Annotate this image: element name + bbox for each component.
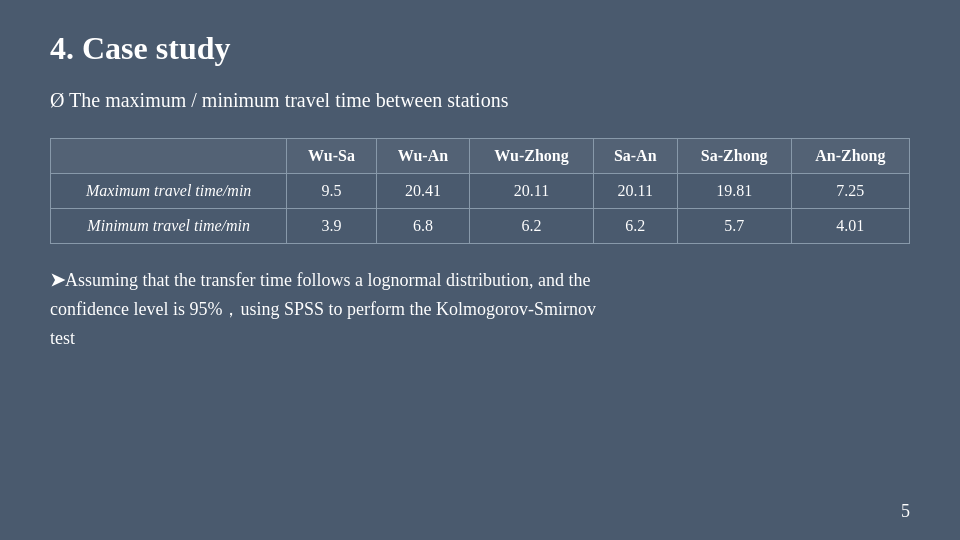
page-number: 5 [901,501,910,522]
arrow-symbol: ➤ [50,270,65,290]
table-row: Minimum travel time/min 3.9 6.8 6.2 6.2 … [51,209,910,244]
cell-min-sa-zhong: 5.7 [677,209,791,244]
col-header-an-zhong: An-Zhong [791,139,909,174]
cell-min-sa-an: 6.2 [593,209,677,244]
bullet-arrow: Ø [50,89,69,111]
cell-max-wu-an: 20.41 [376,174,470,209]
bottom-line-1: ➤Assuming that the transfer time follows… [50,266,910,295]
col-header-label [51,139,287,174]
cell-min-wu-sa: 3.9 [287,209,376,244]
row-label-max: Maximum travel time/min [51,174,287,209]
cell-max-wu-sa: 9.5 [287,174,376,209]
bottom-line-2: confidence level is 95%，using SPSS to pe… [50,295,910,324]
slide-subtitle: Ø The maximum / minimum travel time betw… [50,89,910,112]
data-table: Wu-Sa Wu-An Wu-Zhong Sa-An Sa-Zhong An-Z… [50,138,910,244]
cell-max-sa-zhong: 19.81 [677,174,791,209]
col-header-sa-an: Sa-An [593,139,677,174]
cell-max-sa-an: 20.11 [593,174,677,209]
col-header-wu-zhong: Wu-Zhong [470,139,593,174]
cell-max-wu-zhong: 20.11 [470,174,593,209]
table-row: Maximum travel time/min 9.5 20.41 20.11 … [51,174,910,209]
table-header-row: Wu-Sa Wu-An Wu-Zhong Sa-An Sa-Zhong An-Z… [51,139,910,174]
bottom-text-block: ➤Assuming that the transfer time follows… [50,266,910,352]
col-header-wu-an: Wu-An [376,139,470,174]
cell-min-wu-zhong: 6.2 [470,209,593,244]
slide-title: 4. Case study [50,30,910,67]
col-header-wu-sa: Wu-Sa [287,139,376,174]
row-label-min: Minimum travel time/min [51,209,287,244]
travel-time-table: Wu-Sa Wu-An Wu-Zhong Sa-An Sa-Zhong An-Z… [50,138,910,244]
bottom-line-3: test [50,324,910,353]
slide: 4. Case study Ø The maximum / minimum tr… [0,0,960,540]
cell-min-an-zhong: 4.01 [791,209,909,244]
cell-max-an-zhong: 7.25 [791,174,909,209]
col-header-sa-zhong: Sa-Zhong [677,139,791,174]
cell-min-wu-an: 6.8 [376,209,470,244]
